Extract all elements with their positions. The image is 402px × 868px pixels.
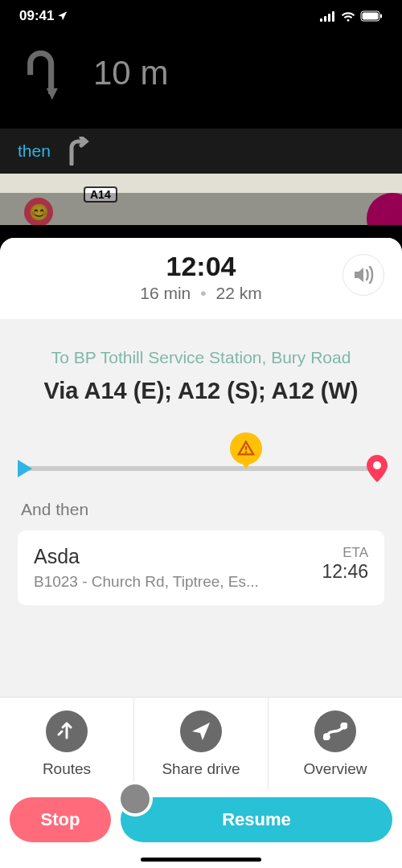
svg-rect-3 (332, 11, 334, 22)
svg-rect-5 (363, 13, 379, 20)
speaker-icon (351, 264, 375, 285)
svg-point-11 (342, 723, 347, 728)
next-stop-name: Asda (34, 545, 310, 568)
actions-row: Routes Share drive Overview (0, 697, 402, 789)
hazard-marker[interactable] (230, 432, 262, 465)
eta-time: 12:46 (322, 561, 368, 583)
start-marker-icon (18, 460, 32, 477)
route-progress (0, 424, 402, 479)
turn-right-icon (65, 137, 91, 166)
then-bar[interactable]: then (0, 129, 402, 174)
next-stop-card[interactable]: Asda B1023 - Church Rd, Tiptree, Es... E… (18, 530, 384, 605)
share-drive-button[interactable]: Share drive (134, 698, 269, 789)
bottom-controls: Stop Resume (0, 789, 402, 847)
trip-duration: 16 min (140, 284, 191, 303)
resume-button[interactable]: Resume (121, 797, 392, 842)
overview-label: Overview (303, 760, 367, 778)
slider-knob[interactable] (117, 781, 153, 817)
trip-distance: 22 km (216, 284, 262, 303)
next-stop-address: B1023 - Church Rd, Tiptree, Es... (34, 573, 310, 591)
separator-dot: • (200, 284, 206, 303)
overview-button[interactable]: Overview (269, 698, 402, 789)
progress-line (18, 466, 384, 471)
wifi-icon (341, 10, 355, 22)
cellular-icon (320, 10, 336, 22)
map-overlay (0, 193, 402, 244)
nav-instruction: 10 m (0, 27, 402, 129)
svg-point-10 (324, 735, 329, 739)
route-info: To BP Tothill Service Station, Bury Road… (0, 319, 402, 424)
warning-icon (237, 440, 255, 457)
routes-label: Routes (43, 760, 91, 778)
destination-text: To BP Tothill Service Station, Bury Road (18, 348, 384, 367)
svg-rect-0 (320, 18, 322, 22)
svg-point-9 (373, 461, 381, 469)
bottom-sheet: 12:04 16 min • 22 km To BP Tothill Servi… (0, 238, 402, 868)
uturn-icon (19, 47, 66, 100)
location-arrow-icon (57, 10, 68, 22)
overview-icon (323, 723, 347, 740)
routes-icon (55, 720, 78, 743)
svg-rect-2 (328, 14, 330, 22)
hazard-tail (241, 461, 251, 469)
battery-icon (360, 10, 383, 22)
end-marker (367, 455, 388, 476)
arrival-time: 12:04 (18, 251, 384, 282)
then-label: then (18, 141, 51, 161)
eta-label: ETA (322, 545, 368, 561)
svg-rect-1 (324, 16, 326, 22)
status-bar: 09:41 (0, 0, 402, 27)
svg-rect-6 (380, 14, 382, 18)
nav-distance: 10 m (93, 54, 168, 92)
status-time: 09:41 (19, 8, 54, 24)
home-indicator[interactable] (141, 858, 261, 862)
trip-summary: 12:04 16 min • 22 km (0, 238, 402, 319)
via-route: Via A14 (E); A12 (S); A12 (W) (18, 375, 384, 407)
stop-button[interactable]: Stop (10, 797, 111, 842)
sound-button[interactable] (343, 254, 384, 296)
and-then-heading: And then (0, 479, 402, 530)
share-label: Share drive (162, 760, 240, 778)
send-icon (191, 721, 211, 742)
routes-button[interactable]: Routes (0, 698, 134, 789)
trip-stats: 16 min • 22 km (18, 284, 384, 303)
pin-icon (367, 455, 388, 482)
svg-point-8 (246, 452, 247, 452)
